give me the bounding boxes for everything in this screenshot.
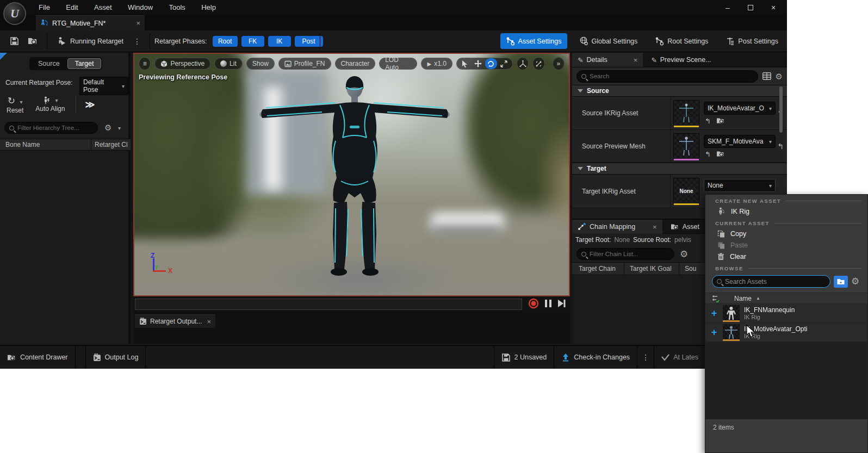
- phase-post-button[interactable]: Post: [295, 36, 323, 47]
- target-ikrig-dropdown[interactable]: None▾: [704, 179, 776, 192]
- maximize-button[interactable]: [739, 0, 762, 15]
- name-column[interactable]: Name: [734, 295, 752, 302]
- character-dropdown[interactable]: Character: [335, 58, 376, 70]
- phase-root-button[interactable]: Root: [213, 36, 238, 47]
- target-ik-goal-column[interactable]: Target IK Goal: [624, 265, 679, 272]
- menu-file[interactable]: File: [32, 0, 57, 15]
- record-button[interactable]: [528, 298, 539, 311]
- post-settings-button[interactable]: Post Settings: [720, 33, 784, 49]
- asset-view-gear-icon[interactable]: ⚙: [851, 277, 859, 286]
- running-retarget-button[interactable]: Running Retarget: [52, 33, 129, 49]
- unsaved-button[interactable]: * 2 Unsaved: [494, 346, 555, 369]
- lit-dropdown[interactable]: Lit: [214, 58, 243, 70]
- paste-item[interactable]: Paste: [705, 239, 867, 251]
- source-ikrig-thumbnail[interactable]: [673, 100, 699, 126]
- output-tab-close-icon[interactable]: ×: [207, 318, 211, 326]
- root-settings-button[interactable]: Root Settings: [649, 33, 714, 49]
- world-gizmo-button[interactable]: [517, 57, 529, 70]
- browse-to-icon[interactable]: [716, 117, 725, 125]
- details-tab-close-icon[interactable]: ×: [634, 56, 638, 64]
- retarget-chains-column[interactable]: Retarget Cl: [91, 141, 131, 148]
- add-icon[interactable]: +: [710, 327, 718, 338]
- type-column-icon[interactable]: [712, 295, 720, 302]
- phase-ik-button[interactable]: IK: [268, 36, 291, 47]
- revision-menu-dots[interactable]: ⋮: [637, 346, 654, 369]
- browse-to-icon[interactable]: [716, 150, 725, 158]
- scale-tool[interactable]: [498, 58, 510, 69]
- add-icon[interactable]: +: [710, 308, 718, 319]
- tab-rtg-motive-fn[interactable]: RTG_Motive_FN* ×: [36, 15, 145, 30]
- details-tab[interactable]: ✎ Details ×: [572, 53, 643, 67]
- menu-window[interactable]: Window: [121, 0, 160, 15]
- use-selected-icon[interactable]: ↰: [705, 117, 711, 125]
- source-chain-column[interactable]: Sou: [679, 265, 696, 272]
- source-mesh-thumbnail[interactable]: [673, 133, 699, 159]
- source-section-header[interactable]: Source: [572, 85, 787, 97]
- use-selected-icon[interactable]: ↰: [705, 150, 711, 158]
- unreal-logo[interactable]: U: [3, 2, 26, 25]
- translate-tool[interactable]: [472, 58, 484, 69]
- expand-toolbar-button[interactable]: ≫: [85, 99, 95, 110]
- rotate-tool[interactable]: [485, 58, 497, 69]
- output-log-button[interactable]: Output Log: [85, 346, 146, 369]
- filter-gear-icon[interactable]: ⚙: [104, 123, 111, 132]
- lod-dropdown[interactable]: LOD Auto: [379, 58, 417, 70]
- save-button[interactable]: [5, 36, 23, 46]
- source-tab[interactable]: Source: [30, 58, 67, 69]
- chain-mapping-tab[interactable]: Chain Mapping ×: [572, 220, 662, 234]
- menu-help[interactable]: Help: [194, 0, 223, 15]
- select-tool[interactable]: [459, 58, 471, 69]
- chevron-down-icon[interactable]: ▾: [118, 125, 121, 131]
- copy-item[interactable]: Copy: [705, 228, 867, 239]
- sort-asc-icon[interactable]: ▲: [756, 296, 760, 301]
- chain-settings-gear-icon[interactable]: ⚙: [680, 250, 688, 259]
- target-section-header[interactable]: Target: [572, 163, 787, 175]
- browse-to-asset-button[interactable]: [23, 36, 42, 46]
- profile-dropdown[interactable]: Profile_FN: [278, 58, 331, 70]
- menu-tools[interactable]: Tools: [162, 0, 193, 15]
- target-chain-column[interactable]: Target Chain: [572, 265, 624, 272]
- phase-fk-button[interactable]: FK: [241, 36, 264, 47]
- retarget-output-tab[interactable]: Retarget Output... ×: [135, 314, 215, 328]
- at-latest-status[interactable]: At Lates: [654, 346, 705, 369]
- close-button[interactable]: ×: [762, 0, 785, 15]
- clear-item[interactable]: Clear: [705, 251, 867, 262]
- reset-button[interactable]: ↻ ▾ Reset: [7, 95, 23, 114]
- details-settings-gear-icon[interactable]: ⚙: [776, 72, 783, 80]
- bone-tree-empty[interactable]: [0, 151, 128, 344]
- asset-search-input[interactable]: [725, 278, 826, 286]
- source-ikrig-dropdown[interactable]: IK_MotiveAvatar_O▾: [704, 102, 776, 115]
- asset-row-ik-motiveavatar-opti[interactable]: + IK_MotiveAvatar_Opti IK Rig: [705, 323, 867, 342]
- asset-settings-button[interactable]: Asset Settings: [500, 33, 567, 49]
- display-grid-icon[interactable]: [762, 72, 771, 80]
- bone-name-column[interactable]: Bone Name: [0, 141, 91, 148]
- reset-to-default-icon[interactable]: ↰: [777, 142, 784, 151]
- asset-row-ik-fnmannequin[interactable]: + IK_FNMannequin IK Rig: [705, 304, 867, 323]
- chevron-down-icon[interactable]: ▾: [55, 97, 58, 103]
- show-dropdown[interactable]: Show: [246, 58, 275, 70]
- step-forward-button[interactable]: [557, 299, 566, 309]
- viewport[interactable]: ≡ Perspective Lit Show Profile_FN Charac…: [133, 53, 570, 296]
- auto-align-button[interactable]: ▾ Auto Align: [35, 96, 65, 113]
- tab-close-icon[interactable]: ×: [136, 19, 140, 27]
- chain-filter-input[interactable]: [590, 251, 669, 257]
- asset-browser-tab[interactable]: Asset: [665, 220, 705, 234]
- target-tab[interactable]: Target: [67, 58, 102, 69]
- minimize-button[interactable]: –: [716, 0, 739, 15]
- folder-filter-button[interactable]: [834, 276, 848, 288]
- expand-viewport-toolbar[interactable]: »: [553, 57, 565, 70]
- pause-button[interactable]: [544, 299, 552, 309]
- playback-speed-button[interactable]: ▶ x1.0: [421, 58, 452, 70]
- target-ikrig-thumbnail[interactable]: None: [673, 178, 699, 204]
- preview-scene-tab[interactable]: ✎ Preview Scene...: [646, 53, 716, 67]
- chevron-down-icon[interactable]: ▾: [20, 99, 22, 105]
- source-mesh-dropdown[interactable]: SKM_F_MotiveAva▾: [704, 135, 776, 148]
- asset-list-empty[interactable]: [705, 342, 867, 419]
- running-retarget-options[interactable]: ⋮: [129, 37, 145, 46]
- checkin-changes-button[interactable]: Check-in Changes: [554, 346, 637, 369]
- chain-tab-close-icon[interactable]: ×: [653, 223, 657, 231]
- perspective-dropdown[interactable]: Perspective: [154, 58, 210, 70]
- global-settings-button[interactable]: Global Settings: [574, 33, 643, 49]
- details-search-input[interactable]: [590, 73, 753, 79]
- details-scrollbar[interactable]: [779, 86, 783, 133]
